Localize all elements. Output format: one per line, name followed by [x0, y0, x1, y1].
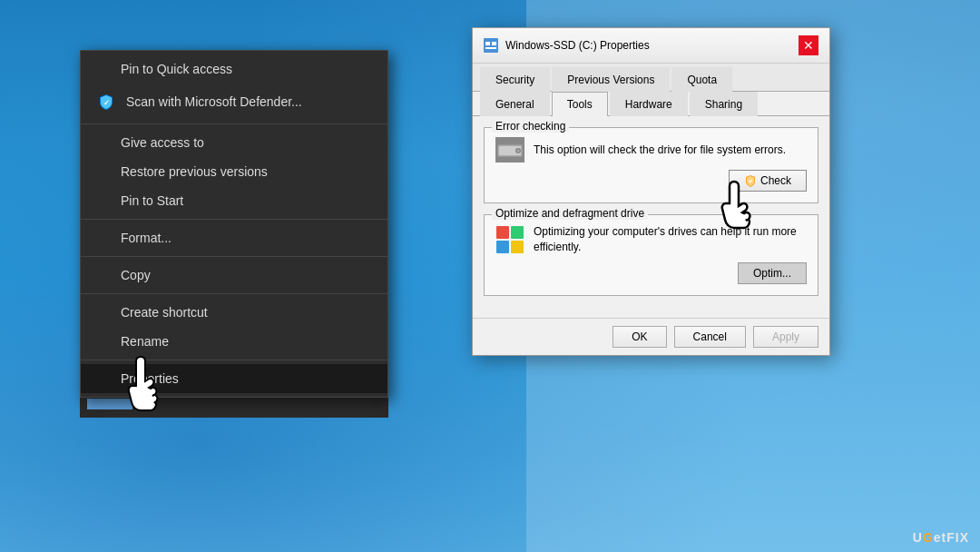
context-menu-item-scan-defender[interactable]: ✓ Scan with Microsoft Defender... [81, 84, 387, 120]
watermark-u: U [913, 530, 923, 545]
defrag-btn-row: Optim... [495, 262, 807, 284]
tab-sharing[interactable]: Sharing [690, 92, 758, 116]
defrag-label: Optimize and defragment drive [492, 207, 648, 220]
context-menu-label: Properties [121, 371, 179, 386]
context-menu-item-format[interactable]: Format... [81, 223, 387, 252]
dialog-title: Windows-SSD (C:) Properties [505, 39, 650, 52]
svg-rect-4 [485, 47, 496, 49]
separator [81, 360, 387, 360]
error-checking-inner: This option will check the drive for fil… [495, 137, 807, 163]
defrag-icon [495, 225, 524, 254]
context-menu: Pin to Quick access ✓ Scan with Microsof… [80, 50, 388, 398]
separator [81, 293, 387, 294]
watermark: UGetFIX [913, 530, 969, 545]
svg-rect-12 [511, 241, 524, 253]
svg-rect-11 [496, 241, 509, 253]
separator [81, 219, 387, 220]
titlebar-icon [484, 38, 498, 53]
svg-rect-9 [496, 226, 509, 239]
watermark-fix: etFIX [934, 530, 969, 545]
context-menu-label: Create shortcut [121, 305, 208, 320]
titlebar-left: Windows-SSD (C:) Properties [484, 38, 650, 53]
svg-rect-3 [492, 42, 496, 45]
dialog-footer: OK Cancel Apply [473, 318, 829, 355]
tabs-row1: Security Previous Versions Quota [473, 64, 829, 92]
properties-dialog: Windows-SSD (C:) Properties ✕ Security P… [472, 27, 830, 356]
ok-button[interactable]: OK [612, 326, 666, 348]
optimize-btn-label: Optim... [753, 267, 791, 280]
check-btn-shield-icon [744, 174, 757, 187]
dialog-titlebar: Windows-SSD (C:) Properties ✕ [473, 28, 829, 64]
context-menu-item-pin-quick-access[interactable]: Pin to Quick access [81, 54, 387, 84]
svg-point-8 [517, 150, 520, 153]
storage-bar-fill [87, 399, 132, 409]
context-menu-item-properties[interactable]: Properties [81, 364, 387, 393]
context-menu-item-create-shortcut[interactable]: Create shortcut [81, 298, 387, 327]
context-menu-label: Give access to [121, 135, 204, 150]
context-menu-label: Pin to Quick access [121, 62, 232, 76]
context-menu-item-rename[interactable]: Rename [81, 327, 387, 356]
context-menu-label: Pin to Start [121, 193, 183, 208]
tab-general[interactable]: General [480, 92, 550, 116]
storage-label: GB [136, 398, 152, 410]
defrag-desc: Optimizing your computer's drives can he… [534, 224, 807, 255]
error-checking-section: Error checking This option will check th… [484, 127, 818, 203]
svg-text:✓: ✓ [103, 99, 110, 107]
separator [81, 256, 387, 257]
error-checking-label: Error checking [492, 120, 569, 133]
defender-shield-icon: ✓ [95, 91, 117, 113]
svg-rect-10 [511, 226, 524, 239]
context-menu-label: Restore previous versions [121, 164, 268, 179]
tab-quota[interactable]: Quota [671, 67, 732, 92]
context-menu-label: Copy [121, 268, 151, 282]
tab-tools[interactable]: Tools [552, 92, 608, 116]
error-checking-desc: This option will check the drive for fil… [534, 143, 807, 158]
tab-security[interactable]: Security [480, 67, 550, 92]
separator [81, 123, 387, 124]
watermark-g: G [923, 530, 934, 545]
defrag-section: Optimize and defragment drive Optimizing… [484, 214, 818, 296]
tab-hardware[interactable]: Hardware [610, 92, 688, 116]
svg-rect-2 [485, 42, 490, 45]
context-menu-label: Scan with Microsoft Defender... [126, 94, 302, 109]
dialog-content: Error checking This option will check th… [473, 116, 829, 318]
context-menu-item-copy[interactable]: Copy [81, 261, 387, 290]
context-menu-item-restore-versions[interactable]: Restore previous versions [81, 157, 387, 186]
context-menu-item-give-access[interactable]: Give access to [81, 128, 387, 157]
optimize-button[interactable]: Optim... [738, 262, 807, 284]
context-menu-item-pin-start[interactable]: Pin to Start [81, 186, 387, 215]
context-menu-label: Format... [121, 231, 172, 245]
dialog-close-button[interactable]: ✕ [799, 35, 818, 55]
error-checking-btn-row: Check [495, 170, 807, 192]
apply-button[interactable]: Apply [753, 326, 818, 348]
check-btn-label: Check [760, 174, 791, 187]
tab-previous-versions[interactable]: Previous Versions [552, 67, 670, 92]
drive-icon [495, 137, 524, 163]
check-button[interactable]: Check [729, 170, 807, 192]
tabs-row2: General Tools Hardware Sharing [473, 92, 829, 116]
cancel-button[interactable]: Cancel [674, 326, 746, 348]
defrag-inner: Optimizing your computer's drives can he… [495, 224, 807, 255]
context-menu-label: Rename [121, 334, 169, 349]
